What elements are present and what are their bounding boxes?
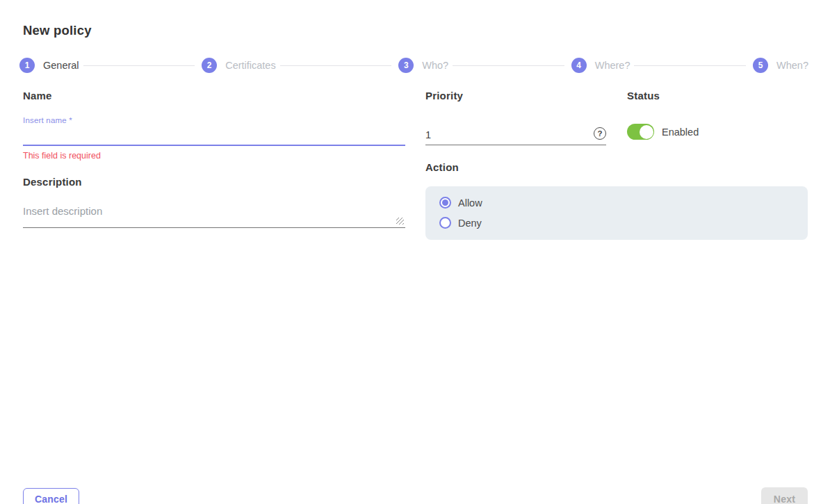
action-section-heading: Action	[425, 161, 808, 173]
step-label: Where?	[595, 60, 630, 71]
step-when[interactable]: 5 When?	[753, 58, 808, 73]
status-toggle-row: Enabled	[627, 124, 808, 140]
step-label: Who?	[422, 60, 448, 71]
wizard-stepper: 1 General 2 Certificates 3 Who? 4 Where?…	[19, 58, 808, 73]
step-certificates[interactable]: 2 Certificates	[202, 58, 276, 73]
action-options-panel: Allow Deny	[425, 186, 808, 240]
radio-label: Allow	[458, 197, 482, 209]
name-section-heading: Name	[23, 90, 405, 101]
cancel-button[interactable]: Cancel	[23, 488, 79, 504]
step-connector-line	[83, 65, 195, 66]
priority-field: ?	[425, 124, 606, 145]
description-textarea[interactable]	[23, 193, 405, 228]
radio-label: Deny	[458, 218, 482, 229]
name-error-message: This field is required	[23, 151, 405, 161]
radio-option-allow[interactable]: Allow	[439, 197, 794, 209]
step-label: Certificates	[225, 60, 276, 71]
radio-option-deny[interactable]: Deny	[439, 217, 794, 229]
step-connector-line	[453, 65, 564, 66]
form-body: Name Insert name * This field is require…	[0, 90, 830, 240]
status-toggle[interactable]	[627, 124, 654, 140]
radio-unselected-icon	[439, 217, 451, 229]
description-section-heading: Description	[23, 176, 405, 188]
step-label: General	[43, 60, 79, 71]
step-connector-line	[280, 65, 392, 66]
status-toggle-label: Enabled	[662, 127, 699, 138]
step-who[interactable]: 3 Who?	[398, 58, 448, 73]
step-number-circle: 1	[19, 58, 35, 73]
step-where[interactable]: 4 Where?	[571, 58, 630, 73]
dialog-footer: Cancel Next	[23, 487, 808, 504]
name-floating-label: Insert name *	[23, 116, 405, 124]
priority-section-heading: Priority	[425, 90, 606, 101]
left-column: Name Insert name * This field is require…	[23, 90, 405, 240]
step-label: When?	[776, 60, 808, 71]
page-title: New policy	[23, 23, 808, 38]
priority-section: Priority ?	[425, 90, 606, 145]
step-number-circle: 5	[753, 58, 768, 73]
help-icon[interactable]: ?	[594, 127, 606, 140]
resize-handle-icon[interactable]	[396, 218, 404, 225]
step-number-circle: 4	[571, 58, 587, 73]
right-column: Priority ? Status Enabled A	[425, 90, 808, 240]
step-number-circle: 3	[398, 58, 414, 73]
status-section: Status Enabled	[627, 90, 808, 145]
radio-selected-icon	[439, 197, 451, 209]
step-connector-line	[634, 65, 746, 66]
toggle-knob-icon	[640, 125, 653, 139]
name-input[interactable]	[23, 124, 405, 146]
description-field-wrap	[23, 193, 405, 228]
priority-input[interactable]	[425, 129, 594, 140]
step-number-circle: 2	[202, 58, 217, 73]
next-button[interactable]: Next	[761, 487, 808, 504]
step-general[interactable]: 1 General	[19, 58, 79, 73]
status-section-heading: Status	[627, 90, 808, 101]
priority-status-row: Priority ? Status Enabled	[425, 90, 808, 145]
new-policy-dialog: New policy 1 General 2 Certificates 3 Wh…	[0, 23, 830, 504]
